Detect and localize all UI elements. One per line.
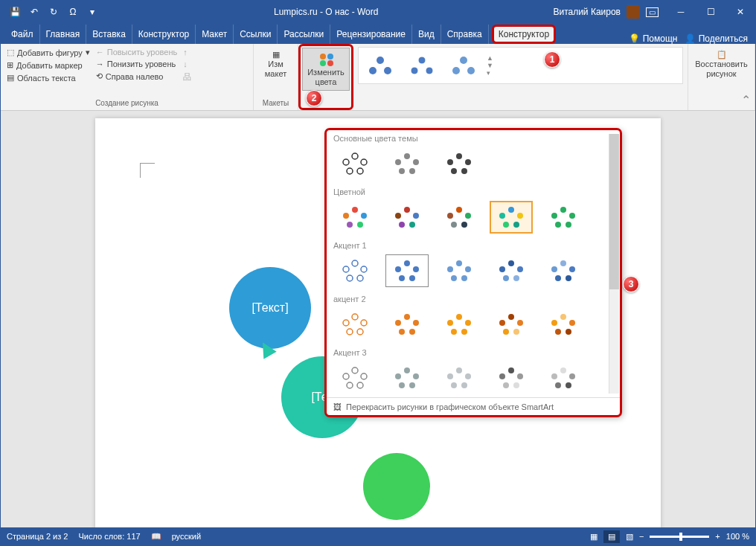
svg-point-92: [461, 329, 467, 335]
style-thumb[interactable]: [403, 51, 441, 80]
redo-icon[interactable]: ↻: [47, 7, 60, 17]
svg-point-94: [499, 320, 505, 326]
move-down-button[interactable]: ↓: [182, 59, 193, 69]
callout-badge-2: 2: [306, 90, 322, 106]
svg-point-51: [555, 222, 561, 228]
color-swatch[interactable]: [438, 362, 481, 394]
color-swatch[interactable]: [438, 201, 481, 234]
gallery-up-icon[interactable]: ▲: [487, 54, 493, 62]
share-button[interactable]: 👤 Поделиться: [685, 33, 748, 44]
svg-point-90: [465, 320, 471, 326]
add-shape-button[interactable]: ⬚Добавить фигуру ▾: [5, 47, 92, 58]
color-swatch[interactable]: [490, 254, 533, 287]
spellcheck-icon[interactable]: 📖: [151, 532, 161, 542]
color-swatch[interactable]: [542, 201, 585, 234]
avatar[interactable]: [627, 5, 640, 19]
tab-home[interactable]: Главная: [40, 25, 87, 44]
collapse-ribbon-icon[interactable]: ⌃: [741, 93, 751, 107]
gallery-more-icon[interactable]: ▾: [487, 69, 493, 77]
text-pane-button[interactable]: ▤Область текста: [5, 72, 92, 83]
change-colors-icon: [315, 51, 336, 68]
color-swatch[interactable]: [542, 254, 585, 287]
undo-icon[interactable]: ↶: [28, 7, 41, 17]
tab-references[interactable]: Ссылки: [234, 25, 278, 44]
color-swatch[interactable]: [542, 308, 585, 341]
svg-point-44: [499, 213, 505, 219]
smartart-node[interactable]: [363, 453, 430, 520]
save-icon[interactable]: 💾: [8, 7, 22, 17]
color-swatch[interactable]: [385, 201, 429, 234]
demote-button[interactable]: →Понизить уровень: [94, 59, 179, 69]
svg-point-38: [456, 207, 462, 213]
read-mode-icon[interactable]: ▦: [590, 532, 598, 542]
zoom-slider[interactable]: [650, 536, 709, 538]
margin-corner: [140, 163, 155, 178]
color-swatch[interactable]: [385, 362, 429, 394]
ribbon-display-icon[interactable]: ▭: [646, 7, 659, 17]
color-swatch[interactable]: [385, 147, 429, 180]
smartart-styles-gallery[interactable]: ▲ ▼ ▾: [358, 47, 683, 84]
color-swatch[interactable]: [333, 308, 377, 341]
rtl-button[interactable]: ⟲Справа налево: [94, 71, 179, 82]
svg-point-52: [566, 222, 571, 228]
change-colors-button[interactable]: Изменить цвета: [302, 48, 350, 91]
dropdown-footer[interactable]: 🖼 Перекрасить рисунки в графическом объе…: [326, 397, 621, 416]
color-swatch[interactable]: [333, 147, 377, 180]
color-swatch-selected[interactable]: [490, 201, 533, 234]
gallery-down-icon[interactable]: ▼: [487, 62, 493, 69]
reset-graphic-button[interactable]: 📋 Восстановить рисунок: [693, 47, 750, 83]
layout-icon[interactable]: 品: [182, 71, 193, 83]
page-indicator[interactable]: Страница 2 из 2: [7, 532, 68, 541]
dropdown-scrollbar[interactable]: [609, 134, 619, 394]
svg-point-6: [384, 67, 391, 74]
language-indicator[interactable]: русский: [172, 532, 201, 541]
close-button[interactable]: ✕: [725, 1, 755, 23]
dd-section-header: Акцент 3: [326, 344, 621, 359]
style-thumb[interactable]: [362, 51, 399, 80]
smartart-node[interactable]: [Текст]: [229, 267, 311, 349]
maximize-button[interactable]: ☐: [696, 1, 725, 23]
tab-review[interactable]: Рецензирование: [330, 25, 412, 44]
omega-icon[interactable]: Ω: [66, 7, 80, 17]
move-up-button[interactable]: ↑: [182, 47, 193, 57]
tab-design[interactable]: Конструктор: [132, 25, 196, 44]
color-swatch[interactable]: [438, 147, 481, 180]
color-swatch[interactable]: [333, 362, 377, 394]
add-bullet-button[interactable]: ⊞Добавить маркер: [5, 60, 92, 71]
zoom-in-icon[interactable]: +: [715, 532, 720, 541]
zoom-out-icon[interactable]: −: [639, 532, 644, 541]
web-layout-icon[interactable]: ▧: [626, 532, 633, 542]
tell-me[interactable]: 💡 Помощн: [629, 33, 677, 44]
color-swatch[interactable]: [490, 308, 533, 341]
style-thumb[interactable]: [445, 51, 482, 80]
tab-layout[interactable]: Макет: [196, 25, 234, 44]
tab-help[interactable]: Справка: [441, 25, 489, 44]
dropdown-icon[interactable]: ▾: [86, 7, 99, 17]
svg-point-91: [451, 329, 457, 335]
demote-icon: →: [96, 60, 104, 68]
svg-point-102: [566, 329, 571, 335]
color-swatch[interactable]: [333, 254, 377, 287]
color-swatch[interactable]: [333, 201, 377, 234]
tab-smartart-design[interactable]: Конструктор: [492, 25, 556, 44]
color-swatch[interactable]: [542, 362, 585, 394]
zoom-level[interactable]: 100 %: [726, 532, 749, 541]
svg-point-35: [413, 213, 419, 219]
svg-point-85: [413, 320, 419, 326]
minimize-button[interactable]: ─: [666, 1, 696, 23]
tab-view[interactable]: Вид: [412, 25, 441, 44]
change-layout-button[interactable]: ▦ Изм макет: [258, 47, 293, 83]
color-swatch[interactable]: [385, 308, 429, 341]
color-swatch[interactable]: [490, 362, 533, 394]
svg-point-66: [451, 275, 457, 281]
tab-file[interactable]: Файл: [5, 25, 40, 44]
color-swatch[interactable]: [438, 308, 481, 341]
word-count[interactable]: Число слов: 117: [78, 532, 140, 541]
tab-insert[interactable]: Вставка: [86, 25, 132, 44]
color-swatch-current[interactable]: [385, 254, 429, 287]
svg-point-122: [513, 382, 519, 388]
color-swatch[interactable]: [438, 254, 481, 287]
print-layout-icon[interactable]: ▤: [603, 530, 620, 543]
promote-button[interactable]: ←Повысить уровень: [94, 47, 179, 57]
tab-mailings[interactable]: Рассылки: [278, 25, 330, 44]
